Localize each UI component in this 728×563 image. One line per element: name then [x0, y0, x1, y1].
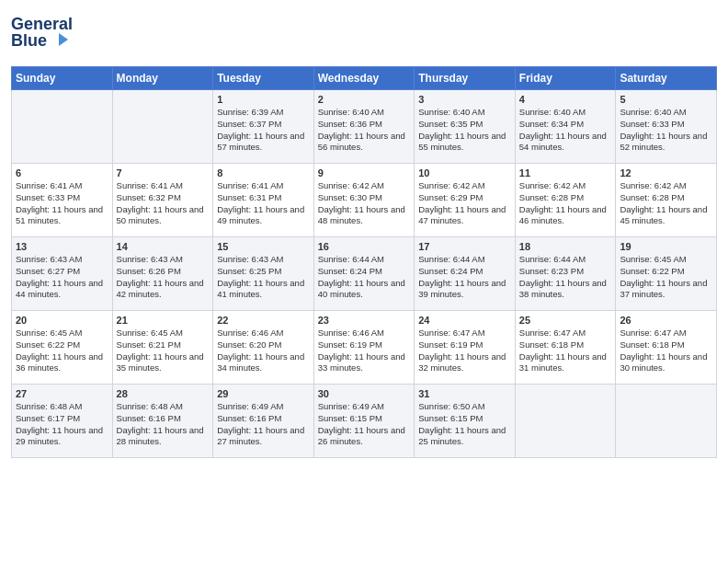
day-info: Sunrise: 6:41 AMSunset: 6:33 PMDaylight:…: [16, 180, 108, 227]
header-wednesday: Wednesday: [313, 67, 415, 90]
calendar-week-3: 20Sunrise: 6:45 AMSunset: 6:22 PMDayligh…: [12, 311, 717, 385]
calendar-cell: 15Sunrise: 6:43 AMSunset: 6:25 PMDayligh…: [213, 237, 314, 311]
day-number: 24: [418, 315, 511, 326]
day-info: Sunrise: 6:40 AMSunset: 6:33 PMDaylight:…: [620, 107, 712, 154]
day-info: Sunrise: 6:46 AMSunset: 6:19 PMDaylight:…: [318, 327, 411, 374]
day-info: Sunrise: 6:49 AMSunset: 6:16 PMDaylight:…: [217, 401, 310, 448]
calendar-cell: 19Sunrise: 6:45 AMSunset: 6:22 PMDayligh…: [616, 237, 717, 311]
day-number: 20: [16, 315, 108, 326]
day-number: 6: [16, 167, 108, 178]
day-number: 31: [418, 388, 511, 399]
calendar-cell: 2Sunrise: 6:40 AMSunset: 6:36 PMDaylight…: [313, 90, 415, 164]
calendar-cell: 11Sunrise: 6:42 AMSunset: 6:28 PMDayligh…: [515, 164, 616, 237]
svg-marker-2: [59, 33, 68, 46]
calendar-week-4: 27Sunrise: 6:48 AMSunset: 6:17 PMDayligh…: [12, 385, 717, 458]
logo: General Blue: [11, 9, 85, 59]
svg-text:Blue: Blue: [11, 31, 47, 50]
day-number: 5: [620, 94, 712, 105]
day-number: 9: [318, 167, 411, 178]
day-number: 26: [620, 315, 712, 326]
day-info: Sunrise: 6:48 AMSunset: 6:17 PMDaylight:…: [16, 401, 108, 448]
day-info: Sunrise: 6:39 AMSunset: 6:37 PMDaylight:…: [217, 107, 310, 154]
calendar-cell: [616, 385, 717, 458]
calendar-week-1: 6Sunrise: 6:41 AMSunset: 6:33 PMDaylight…: [12, 164, 717, 237]
day-info: Sunrise: 6:40 AMSunset: 6:34 PMDaylight:…: [519, 107, 612, 154]
calendar-cell: 27Sunrise: 6:48 AMSunset: 6:17 PMDayligh…: [12, 385, 113, 458]
day-number: 21: [117, 315, 210, 326]
day-info: Sunrise: 6:46 AMSunset: 6:20 PMDaylight:…: [217, 327, 310, 374]
day-number: 28: [117, 388, 210, 399]
day-number: 15: [217, 241, 310, 252]
calendar-cell: 31Sunrise: 6:50 AMSunset: 6:15 PMDayligh…: [415, 385, 516, 458]
day-info: Sunrise: 6:50 AMSunset: 6:15 PMDaylight:…: [418, 401, 511, 448]
day-number: 17: [418, 241, 511, 252]
day-info: Sunrise: 6:41 AMSunset: 6:31 PMDaylight:…: [217, 180, 310, 227]
day-number: 13: [16, 241, 108, 252]
header-friday: Friday: [515, 67, 616, 90]
calendar-cell: [112, 90, 213, 164]
day-info: Sunrise: 6:44 AMSunset: 6:24 PMDaylight:…: [318, 254, 411, 301]
day-info: Sunrise: 6:43 AMSunset: 6:26 PMDaylight:…: [117, 254, 210, 301]
calendar-cell: 10Sunrise: 6:42 AMSunset: 6:29 PMDayligh…: [415, 164, 516, 237]
day-info: Sunrise: 6:47 AMSunset: 6:18 PMDaylight:…: [519, 327, 612, 374]
header-saturday: Saturday: [616, 67, 717, 90]
calendar-cell: 5Sunrise: 6:40 AMSunset: 6:33 PMDaylight…: [616, 90, 717, 164]
calendar-cell: 30Sunrise: 6:49 AMSunset: 6:15 PMDayligh…: [313, 385, 415, 458]
calendar-cell: 24Sunrise: 6:47 AMSunset: 6:19 PMDayligh…: [415, 311, 516, 385]
calendar-week-0: 1Sunrise: 6:39 AMSunset: 6:37 PMDaylight…: [12, 90, 717, 164]
calendar-cell: 12Sunrise: 6:42 AMSunset: 6:28 PMDayligh…: [616, 164, 717, 237]
calendar-cell: [12, 90, 113, 164]
day-info: Sunrise: 6:49 AMSunset: 6:15 PMDaylight:…: [318, 401, 411, 448]
day-number: 3: [418, 94, 511, 105]
calendar-cell: 21Sunrise: 6:45 AMSunset: 6:21 PMDayligh…: [112, 311, 213, 385]
day-number: 7: [117, 167, 210, 178]
day-info: Sunrise: 6:40 AMSunset: 6:36 PMDaylight:…: [318, 107, 411, 154]
calendar-cell: 28Sunrise: 6:48 AMSunset: 6:16 PMDayligh…: [112, 385, 213, 458]
day-info: Sunrise: 6:45 AMSunset: 6:22 PMDaylight:…: [16, 327, 108, 374]
day-number: 29: [217, 388, 310, 399]
day-info: Sunrise: 6:45 AMSunset: 6:22 PMDaylight:…: [620, 254, 712, 301]
header-sunday: Sunday: [12, 67, 113, 90]
day-number: 1: [217, 94, 310, 105]
calendar-cell: 6Sunrise: 6:41 AMSunset: 6:33 PMDaylight…: [12, 164, 113, 237]
day-number: 12: [620, 167, 712, 178]
calendar-cell: 4Sunrise: 6:40 AMSunset: 6:34 PMDaylight…: [515, 90, 616, 164]
day-number: 19: [620, 241, 712, 252]
calendar-cell: 1Sunrise: 6:39 AMSunset: 6:37 PMDaylight…: [213, 90, 314, 164]
header-tuesday: Tuesday: [213, 67, 314, 90]
day-info: Sunrise: 6:41 AMSunset: 6:32 PMDaylight:…: [117, 180, 210, 227]
calendar-cell: 26Sunrise: 6:47 AMSunset: 6:18 PMDayligh…: [616, 311, 717, 385]
day-info: Sunrise: 6:43 AMSunset: 6:25 PMDaylight:…: [217, 254, 310, 301]
calendar-cell: [515, 385, 616, 458]
calendar-cell: 23Sunrise: 6:46 AMSunset: 6:19 PMDayligh…: [313, 311, 415, 385]
day-number: 16: [318, 241, 411, 252]
day-number: 18: [519, 241, 612, 252]
calendar-cell: 25Sunrise: 6:47 AMSunset: 6:18 PMDayligh…: [515, 311, 616, 385]
page-header: General Blue: [11, 9, 717, 59]
calendar-cell: 3Sunrise: 6:40 AMSunset: 6:35 PMDaylight…: [415, 90, 516, 164]
calendar-cell: 29Sunrise: 6:49 AMSunset: 6:16 PMDayligh…: [213, 385, 314, 458]
calendar-cell: 13Sunrise: 6:43 AMSunset: 6:27 PMDayligh…: [12, 237, 113, 311]
day-info: Sunrise: 6:42 AMSunset: 6:28 PMDaylight:…: [620, 180, 712, 227]
day-info: Sunrise: 6:47 AMSunset: 6:18 PMDaylight:…: [620, 327, 712, 374]
logo-svg: General Blue: [11, 9, 89, 55]
day-info: Sunrise: 6:42 AMSunset: 6:29 PMDaylight:…: [418, 180, 511, 227]
day-info: Sunrise: 6:44 AMSunset: 6:24 PMDaylight:…: [418, 254, 511, 301]
calendar-table: SundayMondayTuesdayWednesdayThursdayFrid…: [11, 66, 717, 458]
svg-text:General: General: [11, 15, 73, 33]
day-info: Sunrise: 6:44 AMSunset: 6:23 PMDaylight:…: [519, 254, 612, 301]
header-monday: Monday: [112, 67, 213, 90]
header-thursday: Thursday: [415, 67, 516, 90]
calendar-cell: 18Sunrise: 6:44 AMSunset: 6:23 PMDayligh…: [515, 237, 616, 311]
day-number: 8: [217, 167, 310, 178]
calendar-header-row: SundayMondayTuesdayWednesdayThursdayFrid…: [12, 67, 717, 90]
day-info: Sunrise: 6:40 AMSunset: 6:35 PMDaylight:…: [418, 107, 511, 154]
day-number: 30: [318, 388, 411, 399]
day-number: 27: [16, 388, 108, 399]
day-number: 22: [217, 315, 310, 326]
calendar-cell: 14Sunrise: 6:43 AMSunset: 6:26 PMDayligh…: [112, 237, 213, 311]
day-number: 25: [519, 315, 612, 326]
calendar-week-2: 13Sunrise: 6:43 AMSunset: 6:27 PMDayligh…: [12, 237, 717, 311]
day-number: 2: [318, 94, 411, 105]
day-info: Sunrise: 6:42 AMSunset: 6:28 PMDaylight:…: [519, 180, 612, 227]
